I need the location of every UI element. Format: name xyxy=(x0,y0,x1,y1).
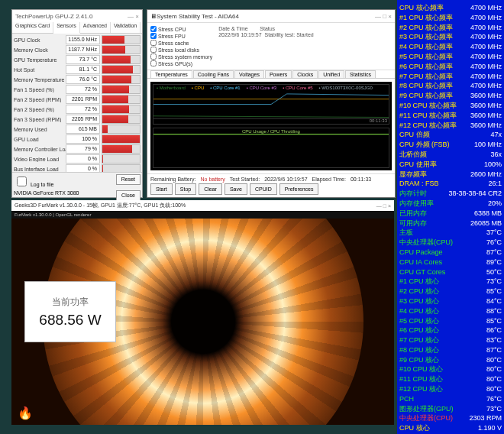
close-button[interactable]: Close xyxy=(116,190,141,201)
usage-chart: CPU Usage / CPU Throttling xyxy=(153,128,389,168)
gpuz-title[interactable]: TechPowerUp GPU-Z 2.41.0— × xyxy=(12,10,142,22)
temp-chart: • Motherboard• CPU• CPU Core #1• CPU Cor… xyxy=(153,84,389,125)
sensor-row: Fan 3 Speed (RPM)2205 RPM xyxy=(14,115,141,124)
stat-row: #7 CPU 核心频率4700 MHz xyxy=(399,72,502,82)
stat-row: #1 CPU 核心73°C xyxy=(399,277,502,287)
sensor-row: Memory Used615 MB xyxy=(14,125,141,134)
stat-row: #8 CPU 核心87°C xyxy=(399,345,502,355)
stat-row: 内存计时38-38-38-84 CR2 xyxy=(399,189,502,199)
stat-row: CPU 倍频47x xyxy=(399,130,502,140)
stat-row: 北桥倍频36x xyxy=(399,150,502,160)
start-button[interactable]: Start xyxy=(150,183,173,195)
clear-button[interactable]: Clear xyxy=(199,183,222,195)
aida-info: Date & Time Status 2022/9/6 10:19:57 Sta… xyxy=(218,26,392,66)
sensor-row: GPU Clock1155.0 MHz xyxy=(14,35,141,44)
stat-row: #4 CPU 核心88°C xyxy=(399,306,502,316)
aida-tabs: TemperaturesCooling FansVoltagesPowersCl… xyxy=(147,70,395,79)
cpuid-button[interactable]: CPUID xyxy=(250,183,277,195)
stat-row: CPU 使用率100% xyxy=(399,160,502,170)
aida-tab[interactable]: Temperatures xyxy=(150,70,192,78)
aida-tab[interactable]: Voltages xyxy=(234,70,264,78)
furmark-title[interactable]: Geeks3D FurMark v1.30.0.0 - 15帧, GPU1 温度… xyxy=(11,200,394,211)
stat-row: CPU IA Cores89°C xyxy=(399,257,502,267)
stat-row: #10 CPU 核心80°C xyxy=(399,364,502,374)
log-checkbox[interactable]: Log to file xyxy=(14,174,53,189)
preferences-button[interactable]: Preferences xyxy=(279,183,319,195)
stat-row: 主板37°C xyxy=(399,228,502,238)
stress-checks: Stress CPUStress FPUStress cacheStress l… xyxy=(150,26,212,66)
stat-row: #3 CPU 核心频率4700 MHz xyxy=(399,32,502,42)
stat-row: CPU Package87°C xyxy=(399,248,502,257)
reset-button[interactable]: Reset xyxy=(116,174,141,185)
sensor-row: Memory Clock1187.7 MHz xyxy=(14,45,141,54)
stat-row: 显存频率2600 MHz xyxy=(399,170,502,180)
power-label: 当前功率 xyxy=(52,296,89,309)
stat-row: 可用内存26085 MB xyxy=(399,219,502,228)
sensor-row: Fan 1 Speed (%)72 % xyxy=(14,85,141,94)
stat-row: #1 CPU 核心频率4700 MHz xyxy=(399,13,502,23)
stat-row: #3 CPU 核心84°C xyxy=(399,296,502,306)
aida-tab[interactable]: Clocks xyxy=(292,70,318,78)
stat-row: CPU 核心1.190 V xyxy=(399,423,502,433)
gpuz-tab[interactable]: Validation xyxy=(111,22,141,33)
aida-buttons: StartStopClearSaveCPUIDPreferences xyxy=(150,183,392,195)
furmark-logo-icon: 🔥 xyxy=(18,406,33,420)
gpuz-tab[interactable]: Sensors xyxy=(53,22,80,34)
sensor-row: Bus Interface Load0 % xyxy=(14,164,141,172)
power-value: 688.56 W xyxy=(39,312,101,329)
stat-row: #5 CPU 核心频率4700 MHz xyxy=(399,52,502,62)
stat-row: #11 CPU 核心频率3600 MHz xyxy=(399,111,502,121)
stat-row: #12 CPU 核心80°C xyxy=(399,384,502,394)
gpuz-window: TechPowerUp GPU-Z 2.41.0— × Graphics Car… xyxy=(11,9,143,198)
aida-tab[interactable]: Cooling Fans xyxy=(193,70,234,78)
stat-row: #5 CPU 核心85°C xyxy=(399,316,502,326)
stop-button[interactable]: Stop xyxy=(175,183,196,195)
stat-row: 中央处理器(CPU)76°C xyxy=(399,238,502,248)
stat-row: 已用内存6388 MB xyxy=(399,209,502,219)
aida-tab[interactable]: Unified xyxy=(318,70,344,78)
stress-check[interactable]: Stress CPU xyxy=(150,26,212,32)
stats-panel: CPU 核心频率4700 MHz#1 CPU 核心频率4700 MHz#2 CP… xyxy=(397,0,504,434)
stat-row: #8 CPU 核心频率4700 MHz xyxy=(399,81,502,91)
stress-check[interactable]: Stress system memory xyxy=(150,53,212,60)
stat-row: #11 CPU 核心80°C xyxy=(399,374,502,384)
stat-row: CPU 核心频率4700 MHz xyxy=(399,3,502,13)
sensor-row: GPU Load100 % xyxy=(14,134,141,144)
stat-row: #2 CPU 核心85°C xyxy=(399,287,502,296)
aida-tab[interactable]: Statistics xyxy=(345,70,376,78)
stress-check[interactable]: Stress local disks xyxy=(150,47,212,53)
sensor-row: Memory Temperature76.0 °C xyxy=(14,75,141,84)
stress-check[interactable]: Stress FPU xyxy=(150,33,212,39)
stat-row: #9 CPU 核心频率3600 MHz xyxy=(399,91,502,101)
aida-tab[interactable]: Powers xyxy=(265,70,292,78)
stat-row: PCH76°C xyxy=(399,394,502,404)
stat-row: #9 CPU 核心80°C xyxy=(399,355,502,365)
power-overlay: 当前功率 688.56 W xyxy=(24,281,116,342)
gpuz-tab[interactable]: Advanced xyxy=(80,22,111,33)
stat-row: #6 CPU 核心频率4700 MHz xyxy=(399,62,502,72)
stress-check[interactable]: Stress cache xyxy=(150,40,212,46)
sensor-row: Video Engine Load0 % xyxy=(14,154,141,164)
stat-row: #4 CPU 核心频率4700 MHz xyxy=(399,42,502,52)
sensor-row: Hot Spot81.1 °C xyxy=(14,65,141,74)
gpuz-tab[interactable]: Graphics Card xyxy=(12,22,53,33)
aida-window: 🖥 System Stability Test - AIDA64— □ × St… xyxy=(147,9,396,198)
stat-row: 中央处理器(CPU)2303 RPM xyxy=(399,413,502,423)
save-button[interactable]: Save xyxy=(225,183,247,195)
stat-row: #12 CPU 核心频率3600 MHz xyxy=(399,121,502,131)
gpuz-rows: GPU Clock1155.0 MHzMemory Clock1187.7 MH… xyxy=(12,34,142,172)
gpuz-tabs: Graphics CardSensorsAdvancedValidation xyxy=(12,22,142,34)
stat-row: #10 CPU 核心频率3600 MHz xyxy=(399,101,502,111)
stat-row: #7 CPU 核心83°C xyxy=(399,335,502,345)
stress-check[interactable]: Stress GPU(s) xyxy=(150,60,212,66)
sensor-row: Memory Controller Load79 % xyxy=(14,144,141,154)
stat-row: 图形处理器(GPU)73°C xyxy=(399,404,502,414)
stat-row: CPU 外频 (FSB)100 MHz xyxy=(399,140,502,150)
sensor-row: GPU Temperature73.7 °C xyxy=(14,55,141,64)
stat-row: CPU GT Cores50°C xyxy=(399,267,502,277)
furmark-subtitle: FurMark v1.30.0.0 | OpenGL renderer xyxy=(11,211,394,219)
stat-row: #2 CPU 核心频率4700 MHz xyxy=(399,23,502,33)
gpu-name: NVIDIA GeForce RTX 3080 xyxy=(14,190,79,201)
stat-row: DRAM : FSB26:1 xyxy=(399,179,502,189)
aida-title[interactable]: 🖥 System Stability Test - AIDA64— □ × xyxy=(147,10,395,23)
